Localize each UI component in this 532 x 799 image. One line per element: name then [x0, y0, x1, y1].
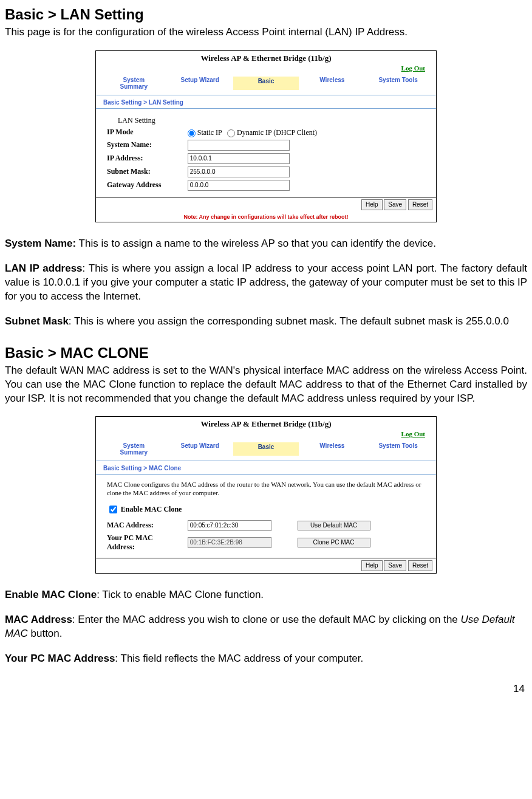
- breadcrumb: Basic Setting > LAN Setting: [96, 95, 436, 109]
- clone-description: MAC Clone configures the MAC address of …: [107, 479, 425, 501]
- nav-wireless[interactable]: Wireless: [299, 442, 365, 456]
- ip-address-label: IP Address:: [107, 154, 186, 163]
- clone-pc-mac-button[interactable]: Clone PC MAC: [298, 538, 370, 547]
- help-button[interactable]: Help: [361, 199, 383, 210]
- static-ip-label: Static IP: [197, 128, 222, 136]
- nav-setup-wizard[interactable]: Setup Wizard: [167, 77, 233, 90]
- ip-mode-label: IP Mode: [107, 128, 186, 137]
- panel-title: Wireless AP & Ethernet Bridge (11b/g): [96, 417, 436, 430]
- mac-address-input[interactable]: [188, 520, 271, 531]
- nav-system-summary[interactable]: SystemSummary: [101, 442, 167, 456]
- def-pc-mac-address: Your PC MAC Address: This field reflects…: [5, 652, 527, 666]
- mac-form: MAC Clone configures the MAC address of …: [96, 477, 436, 558]
- lan-panel-wrap: Wireless AP & Ethernet Bridge (11b/g) Lo…: [5, 50, 527, 222]
- nav-wireless[interactable]: Wireless: [299, 77, 365, 90]
- nav-bar: SystemSummary Setup Wizard Basic Wireles…: [96, 74, 436, 95]
- logout-link[interactable]: Log Out: [401, 430, 425, 437]
- panel-title: Wireless AP & Ethernet Bridge (11b/g): [96, 51, 436, 64]
- enable-mac-clone-checkbox[interactable]: [109, 506, 117, 513]
- def-enable-mac-clone: Enable MAC Clone: Tick to enable MAC Clo…: [5, 588, 527, 602]
- lan-panel: Wireless AP & Ethernet Bridge (11b/g) Lo…: [95, 50, 437, 222]
- lan-form: LAN Setting IP Mode Static IP Dynamic IP…: [96, 111, 436, 197]
- breadcrumb: Basic Setting > MAC Clone: [96, 461, 436, 475]
- section-heading-lan: Basic > LAN Setting: [5, 6, 527, 23]
- reboot-note: Note: Any change in configurations will …: [96, 212, 436, 222]
- mac-address-label: MAC Address:: [107, 521, 186, 530]
- page-number: 14: [5, 683, 527, 695]
- save-button[interactable]: Save: [384, 199, 406, 210]
- pc-mac-label: Your PC MACAddress:: [107, 533, 186, 552]
- reset-button[interactable]: Reset: [408, 199, 432, 210]
- def-system-name: System Name: This is to assign a name to…: [5, 237, 527, 251]
- nav-setup-wizard[interactable]: Setup Wizard: [167, 442, 233, 456]
- nav-system-tools[interactable]: System Tools: [365, 77, 431, 90]
- nav-system-tools[interactable]: System Tools: [365, 442, 431, 456]
- nav-bar: SystemSummary Setup Wizard Basic Wireles…: [96, 440, 436, 461]
- mac-panel-wrap: Wireless AP & Ethernet Bridge (11b/g) Lo…: [5, 416, 527, 574]
- save-button[interactable]: Save: [384, 560, 406, 571]
- gateway-label: Gateway Address: [107, 180, 186, 190]
- subnet-mask-input[interactable]: [188, 166, 290, 177]
- gateway-input[interactable]: [188, 180, 290, 191]
- section-heading-mac: Basic > MAC CLONE: [5, 345, 527, 362]
- subnet-mask-label: Subnet Mask:: [107, 167, 186, 176]
- def-lan-ip: LAN IP address: This is where you assign…: [5, 262, 527, 304]
- def-mac-address: MAC Address: Enter the MAC address you w…: [5, 613, 527, 641]
- system-name-input[interactable]: [188, 140, 290, 151]
- nav-basic[interactable]: Basic: [233, 77, 299, 90]
- section-intro-mac: The default WAN MAC address is set to th…: [5, 364, 527, 406]
- def-subnet-mask: Subnet Mask: This is where you assign th…: [5, 315, 527, 329]
- section-intro-lan: This page is for the configuration of th…: [5, 26, 527, 39]
- button-row: Help Save Reset: [96, 197, 436, 212]
- button-row: Help Save Reset: [96, 558, 436, 573]
- nav-basic[interactable]: Basic: [233, 442, 299, 456]
- static-ip-radio[interactable]: [188, 129, 196, 137]
- system-name-label: System Name:: [107, 140, 186, 149]
- reset-button[interactable]: Reset: [408, 560, 432, 571]
- lan-setting-label: LAN Setting: [118, 116, 155, 125]
- use-default-mac-button[interactable]: Use Default MAC: [298, 521, 370, 530]
- enable-mac-clone-label: Enable MAC Clone: [121, 505, 182, 513]
- pc-mac-input: [188, 537, 271, 548]
- mac-panel: Wireless AP & Ethernet Bridge (11b/g) Lo…: [95, 416, 437, 574]
- ip-address-input[interactable]: [188, 153, 290, 164]
- help-button[interactable]: Help: [361, 560, 383, 571]
- dynamic-ip-label: Dynamic IP (DHCP Client): [237, 128, 317, 136]
- nav-system-summary[interactable]: SystemSummary: [101, 77, 167, 90]
- logout-link[interactable]: Log Out: [401, 64, 425, 72]
- dynamic-ip-radio[interactable]: [227, 129, 235, 137]
